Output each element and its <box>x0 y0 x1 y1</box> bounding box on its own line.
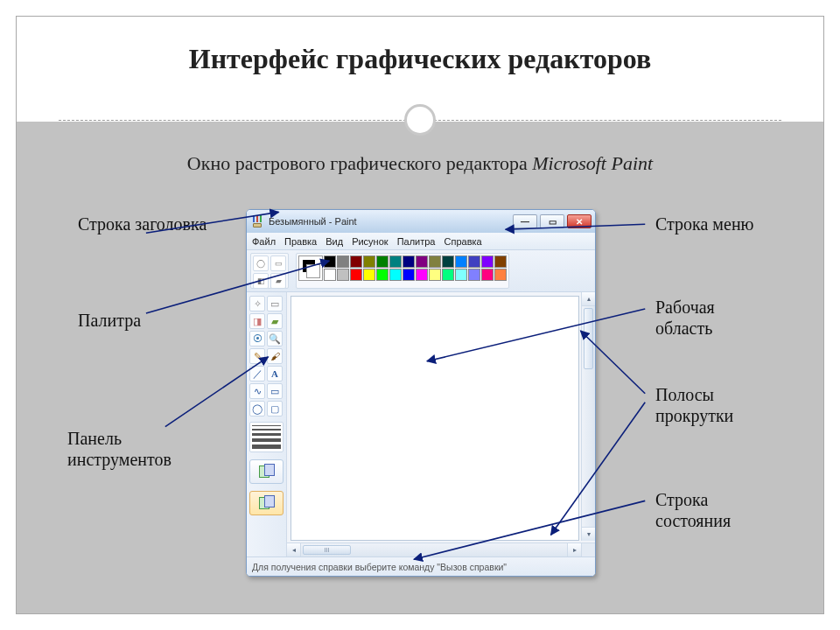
mini-eraser-icon[interactable]: ◧ <box>253 273 269 289</box>
label-workspace: Рабочая область <box>655 297 769 339</box>
palette-swatch[interactable] <box>350 256 362 268</box>
slide-subtitle: Окно растрового графического редактора M… <box>17 152 823 175</box>
label-title-bar-text: Строка заголовка <box>78 214 206 234</box>
palette-swatch[interactable] <box>402 269 415 281</box>
paint-workarea: ✧ ▭ ◨ ▰ ⦿ 🔍 ✎ 🖌 ／ A ∿ ▭ ◯ ▢ <box>247 292 595 556</box>
tool-curve-icon[interactable]: ∿ <box>249 383 265 399</box>
palette-swatch[interactable] <box>324 269 336 281</box>
menu-view[interactable]: Вид <box>326 236 343 247</box>
canvas-zone: ▴ ▾ ◂ III ▸ <box>287 292 595 556</box>
menu-edit[interactable]: Правка <box>284 236 317 247</box>
palette-swatch[interactable] <box>494 256 507 268</box>
palette-swatch[interactable] <box>363 256 375 268</box>
palette-swatch[interactable] <box>442 256 454 268</box>
clipboard-paste-button[interactable] <box>249 459 284 484</box>
mini-fill-icon[interactable]: ▰ <box>270 273 286 289</box>
palette-swatch[interactable] <box>455 256 467 268</box>
palette-swatch[interactable] <box>337 256 349 268</box>
clipboard-icon <box>259 464 275 480</box>
subtitle-product: Microsoft Paint <box>532 152 653 174</box>
menu-help[interactable]: Справка <box>444 236 482 247</box>
menu-palette[interactable]: Палитра <box>397 236 436 247</box>
mini-rect-select-icon[interactable]: ▭ <box>270 256 286 271</box>
menu-image[interactable]: Рисунок <box>352 236 388 247</box>
tool-text-icon[interactable]: A <box>267 366 283 382</box>
paint-toolbox: ✧ ▭ ◨ ▰ ⦿ 🔍 ✎ 🖌 ／ A ∿ ▭ ◯ ▢ <box>247 292 287 556</box>
tool-round-rect-icon[interactable]: ▢ <box>267 401 283 416</box>
tool-grid: ✧ ▭ ◨ ▰ ⦿ 🔍 ✎ 🖌 ／ A ∿ ▭ ◯ ▢ <box>249 296 284 416</box>
fg-bg-color-icon[interactable] <box>298 256 323 281</box>
scroll-left-button[interactable]: ◂ <box>287 543 301 556</box>
tool-freeform-select-icon[interactable]: ✧ <box>249 296 265 312</box>
palette-swatch[interactable] <box>416 269 428 281</box>
palette-swatch[interactable] <box>429 256 441 268</box>
paint-toolstrip: ◯ ▭ ◧ ▰ <box>247 250 595 292</box>
scroll-right-button[interactable]: ▸ <box>567 543 581 556</box>
paint-canvas[interactable] <box>290 296 579 541</box>
paint-title-text: Безымянный - Paint <box>269 216 357 227</box>
slide-frame: Интерфейс графических редакторов Окно ра… <box>16 16 824 614</box>
palette-swatch[interactable] <box>442 269 454 281</box>
label-status-bar: Строка состояния <box>655 489 778 531</box>
paint-window: Безымянный - Paint — ▭ ✕ Файл Правка Вид… <box>246 209 596 577</box>
header-ring-icon <box>404 104 436 136</box>
label-menu-bar: Строка меню <box>655 214 769 234</box>
minimize-button[interactable]: — <box>513 214 537 228</box>
palette-swatch[interactable] <box>376 269 388 281</box>
menu-file[interactable]: Файл <box>252 236 276 247</box>
tool-picker-icon[interactable]: ⦿ <box>249 331 265 346</box>
palette-swatch[interactable] <box>416 256 428 268</box>
palette-swatch[interactable] <box>389 269 402 281</box>
close-button[interactable]: ✕ <box>567 214 592 228</box>
palette-swatch[interactable] <box>481 256 494 268</box>
palette-swatch[interactable] <box>363 269 375 281</box>
scroll-corner <box>581 542 595 556</box>
palette-swatch[interactable] <box>376 256 388 268</box>
palette-swatch[interactable] <box>324 256 336 268</box>
horizontal-scrollbar[interactable]: ◂ III ▸ <box>287 542 581 556</box>
label-palette: Палитра <box>78 310 141 331</box>
tool-brush-icon[interactable]: 🖌 <box>267 348 283 364</box>
paint-title-bar[interactable]: Безымянный - Paint — ▭ ✕ <box>247 210 595 233</box>
window-buttons: — ▭ ✕ <box>513 214 592 228</box>
tool-rect-select-icon[interactable]: ▭ <box>267 296 283 312</box>
status-text: Для получения справки выберите команду "… <box>252 562 507 572</box>
paint-status-bar: Для получения справки выберите команду "… <box>247 556 595 576</box>
palette-swatch[interactable] <box>468 269 480 281</box>
palette-swatch[interactable] <box>494 269 507 281</box>
paint-menu-bar: Файл Правка Вид Рисунок Палитра Справка <box>247 233 595 250</box>
paint-app-icon <box>250 215 264 228</box>
tool-eraser-icon[interactable]: ◨ <box>249 313 265 329</box>
palette-swatch[interactable] <box>402 256 415 268</box>
palette-swatch[interactable] <box>389 256 402 268</box>
tool-fill-icon[interactable]: ▰ <box>267 313 283 329</box>
paint-color-palette <box>296 253 509 289</box>
tool-line-icon[interactable]: ／ <box>249 366 265 382</box>
palette-swatch[interactable] <box>429 269 441 281</box>
tool-ellipse-icon[interactable]: ◯ <box>249 401 265 416</box>
label-scrollbars: Полосы прокрутки <box>655 384 778 426</box>
line-width-picker[interactable] <box>249 422 284 452</box>
mini-freeform-select-icon[interactable]: ◯ <box>253 256 269 271</box>
scroll-down-button[interactable]: ▾ <box>582 527 595 541</box>
hscroll-thumb[interactable]: III <box>303 545 351 555</box>
palette-swatch[interactable] <box>481 269 494 281</box>
palette-swatch[interactable] <box>350 269 362 281</box>
maximize-button[interactable]: ▭ <box>540 214 564 228</box>
label-toolbar: Панель инструментов <box>67 428 207 470</box>
subtitle-text: Окно растрового графического редактора <box>187 152 532 174</box>
label-title-bar: Строка заголовка <box>78 214 206 234</box>
palette-swatch[interactable] <box>468 256 480 268</box>
tool-zoom-icon[interactable]: 🔍 <box>267 331 283 346</box>
toolstrip-mini-tools: ◯ ▭ ◧ ▰ <box>250 253 289 289</box>
palette-swatch[interactable] <box>455 269 467 281</box>
clipboard-icon <box>259 495 275 511</box>
palette-swatch[interactable] <box>337 269 349 281</box>
slide-title: Интерфейс графических редакторов <box>17 43 823 75</box>
tool-rect-icon[interactable]: ▭ <box>267 383 283 399</box>
vertical-scrollbar[interactable]: ▴ ▾ <box>581 292 595 541</box>
scroll-up-button[interactable]: ▴ <box>582 292 595 306</box>
vscroll-thumb[interactable] <box>584 308 593 369</box>
tool-pencil-icon[interactable]: ✎ <box>249 348 265 364</box>
clipboard-paste-from-button[interactable] <box>249 491 284 515</box>
